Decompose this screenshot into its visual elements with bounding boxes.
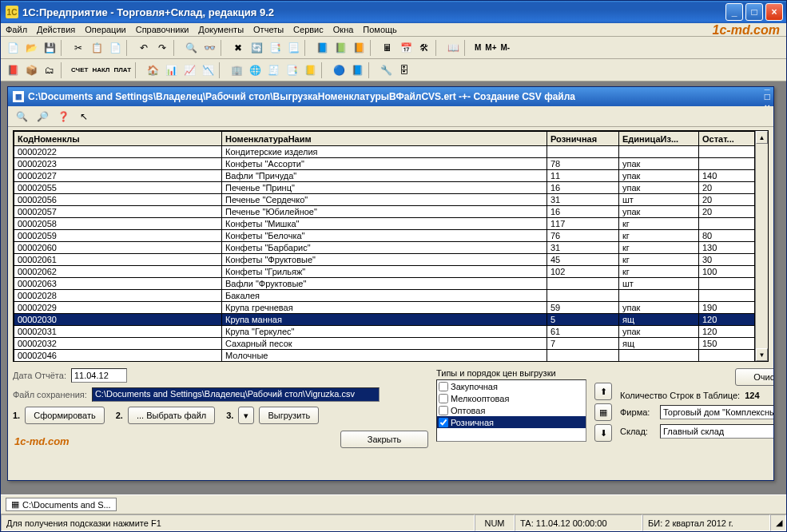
tb2-11-icon[interactable]: 📑 [283, 62, 300, 79]
scale-mplus[interactable]: M+ [483, 43, 498, 52]
table-row[interactable]: 00002057Печенье "Юбилейное"16упак20 [14, 206, 755, 218]
tb2-14-icon[interactable]: 📘 [348, 62, 366, 79]
menu-documents[interactable]: Документы [198, 25, 244, 34]
table-row[interactable]: 00002059Конфеты "Белочка"76кг80 [14, 230, 755, 242]
table-row[interactable]: 00002023Конфеты "Ассорти"78упак [14, 158, 755, 170]
firm-input[interactable]: Торговый дом "Комплексный" [660, 405, 773, 419]
scroll-thumb[interactable] [756, 144, 768, 348]
table-row[interactable]: 00002027Вафли "Причуда"11упак140 [14, 170, 755, 182]
price-type-item[interactable]: Мелкооптовая [437, 392, 586, 404]
clear-table-button[interactable]: Очистить Таблицу [735, 368, 773, 386]
price-type-checkbox[interactable] [439, 418, 448, 427]
table-row[interactable]: 00002063Вафли "Фруктовые"шт [14, 278, 755, 290]
menu-reports[interactable]: Отчеты [253, 25, 284, 34]
menu-service[interactable]: Сервис [293, 25, 324, 34]
close-form-button[interactable]: Закрыть [340, 431, 428, 448]
scale-mminus[interactable]: M- [499, 43, 512, 52]
cut-icon[interactable]: ✂ [70, 39, 87, 57]
binoculars-icon[interactable]: 👓 [201, 39, 218, 57]
tb2-2-icon[interactable]: 📦 [22, 62, 40, 79]
tb2-8-icon[interactable]: 🏢 [228, 62, 245, 79]
help-icon[interactable]: 📖 [444, 39, 462, 57]
ct-3-icon[interactable]: ❓ [54, 108, 72, 125]
tb2-13-icon[interactable]: 🔵 [330, 62, 348, 79]
table-row[interactable]: 00002055Печенье "Принц"16упак20 [14, 182, 755, 194]
data-grid[interactable]: КодНоменклыНоменклатураНаимРозничнаяЕдин… [14, 131, 755, 361]
table-row[interactable]: 00002060Конфеты "Барбарис"31кг130 [14, 242, 755, 254]
file-input[interactable]: C:\Documents and Settings\Владелец\Рабоч… [92, 387, 380, 402]
tb2-7-icon[interactable]: 📉 [199, 62, 217, 79]
export-button[interactable]: Выгрузить [259, 407, 319, 424]
tb2-12-icon[interactable]: 📒 [301, 62, 319, 79]
menu-operations[interactable]: Операции [85, 25, 125, 34]
child-maximize-button[interactable]: □ [765, 91, 770, 102]
paste-icon[interactable]: 📄 [106, 39, 124, 57]
tb2-4-icon[interactable]: 🏠 [144, 62, 161, 79]
save-icon[interactable]: 💾 [41, 39, 58, 57]
doc2-icon[interactable]: 📗 [332, 39, 349, 57]
table-row[interactable]: 00002022Кондитерские изделия [14, 146, 755, 158]
ct-4-icon[interactable]: ↖ [75, 108, 93, 125]
list-icon[interactable]: 📃 [284, 39, 302, 57]
table-row[interactable]: 00002032Сахарный песок7ящ150 [14, 338, 755, 350]
table-row[interactable]: 00002061Конфеты "Фруктовые"45кг30 [14, 254, 755, 266]
column-header[interactable]: НоменклатураНаим [222, 132, 547, 146]
prices-list[interactable]: ЗакупочнаяМелкооптоваяОптоваяРозничная [436, 379, 586, 442]
table-row[interactable]: 00002062Конфеты "Грильяж"102кг100 [14, 266, 755, 278]
tb2-6-icon[interactable]: 📈 [181, 62, 198, 79]
toggle-button[interactable]: ▦ [594, 403, 612, 421]
tb2-plat-icon[interactable]: ПЛАТ [112, 66, 133, 73]
table-row[interactable]: 00002030Крупа манная5ящ120 [14, 314, 755, 326]
tb2-3-icon[interactable]: 🗂 [41, 62, 58, 79]
price-type-checkbox[interactable] [439, 382, 448, 391]
scroll-up-icon[interactable]: ▲ [756, 131, 768, 144]
column-header[interactable]: Розничная [547, 132, 619, 146]
open-icon[interactable]: 📂 [22, 39, 40, 57]
menu-windows[interactable]: Окна [333, 25, 354, 34]
tb2-nakl-icon[interactable]: НАКЛ [90, 66, 111, 73]
table-row[interactable]: 00002028Бакалея [14, 290, 755, 302]
scale-m[interactable]: M [473, 43, 483, 52]
column-header[interactable]: ЕдиницаИз... [619, 132, 699, 146]
menu-file[interactable]: Файл [6, 25, 27, 34]
date-input[interactable] [71, 368, 127, 383]
tb2-15-icon[interactable]: 🔧 [377, 62, 395, 79]
tb2-16-icon[interactable]: 🗄 [395, 62, 413, 79]
pick-file-button[interactable]: ... Выбрать файл [128, 407, 215, 424]
undo-icon[interactable]: ↶ [135, 39, 153, 57]
move-down-button[interactable]: ⬇ [594, 424, 612, 442]
tool-icon[interactable]: 🛠 [415, 39, 433, 57]
tb2-1-icon[interactable]: 📕 [4, 62, 22, 79]
doc1-icon[interactable]: 📘 [313, 39, 331, 57]
drop-button[interactable]: ▾ [238, 407, 254, 424]
calc-icon[interactable]: 🖩 [379, 39, 396, 57]
tb2-9-icon[interactable]: 🌐 [246, 62, 264, 79]
calendar-icon[interactable]: 📅 [397, 39, 415, 57]
tb2-schet-icon[interactable]: СЧЕТ [70, 66, 89, 73]
price-type-item[interactable]: Закупочная [437, 380, 586, 392]
del-icon[interactable]: ✖ [229, 39, 247, 57]
table-row[interactable]: 00002056Печенье "Сердечко"31шт20 [14, 194, 755, 206]
scrollbar[interactable]: ▲ ▼ [755, 131, 768, 361]
ct-2-icon[interactable]: 🔎 [34, 108, 51, 125]
table-row[interactable]: 00002029Крупа гречневая59упак190 [14, 302, 755, 314]
copy-icon[interactable]: 📋 [88, 39, 105, 57]
props-icon[interactable]: 📑 [266, 39, 284, 57]
scroll-down-icon[interactable]: ▼ [756, 348, 768, 361]
refresh-icon[interactable]: 🔄 [248, 39, 265, 57]
tb2-10-icon[interactable]: 🧾 [264, 62, 282, 79]
new-icon[interactable]: 📄 [4, 39, 22, 57]
doc3-icon[interactable]: 📙 [350, 39, 368, 57]
minimize-button[interactable]: _ [725, 3, 743, 21]
close-button[interactable]: × [765, 3, 783, 21]
price-type-item[interactable]: Розничная [437, 416, 586, 428]
ct-1-icon[interactable]: 🔍 [13, 108, 30, 125]
find-icon[interactable]: 🔍 [182, 39, 200, 57]
redo-icon[interactable]: ↷ [153, 39, 171, 57]
task-item[interactable]: ▦ C:\Documents and S... [6, 498, 117, 511]
price-type-checkbox[interactable] [439, 394, 448, 403]
column-header[interactable]: Остат... [699, 132, 755, 146]
table-row[interactable]: 00002046Молочные [14, 350, 755, 362]
menu-actions[interactable]: Действия [37, 25, 75, 34]
child-minimize-button[interactable]: _ [765, 81, 770, 91]
